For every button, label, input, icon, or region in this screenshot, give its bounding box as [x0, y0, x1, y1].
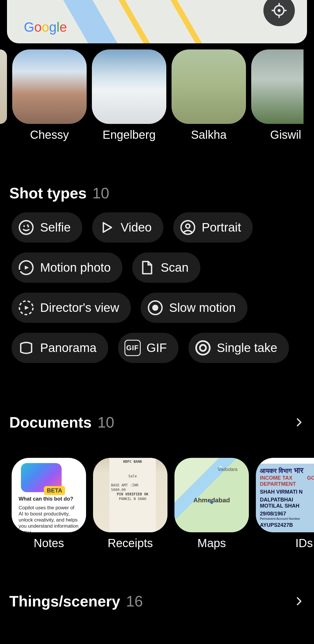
chip-panorama[interactable]: Panorama: [12, 333, 108, 363]
gif-icon: GIF: [124, 340, 141, 356]
place-item-salkha[interactable]: Salkha: [172, 49, 246, 141]
section-header-documents[interactable]: Documents 10: [9, 414, 305, 431]
place-label: Engelberg: [103, 128, 156, 141]
svg-point-10: [186, 224, 190, 228]
document-item-receipts[interactable]: HDFC BANK Sale BASE AMT :INR 5000.00 PIN…: [93, 458, 167, 550]
document-thumbnail: What can this bot do? Copilot uses the p…: [12, 458, 86, 532]
selfie-icon: [18, 219, 34, 236]
motion-photo-icon: [18, 259, 34, 276]
document-label: Notes: [34, 537, 64, 550]
id-name: SHAH VIRMATI N: [260, 489, 314, 495]
chip-label: Slow motion: [169, 301, 236, 315]
panorama-icon: [18, 340, 34, 356]
chip-selfie[interactable]: Selfie: [12, 212, 82, 243]
id-gov: GO: [307, 475, 314, 487]
place-label: Salkha: [191, 128, 226, 141]
map-city-label: Vadodara: [217, 467, 237, 472]
document-label: Maps: [197, 537, 226, 550]
id-hindi: आयकर विभाग: [260, 467, 292, 475]
chip-label: Single take: [217, 341, 277, 355]
play-icon: [99, 219, 115, 236]
svg-point-7: [19, 221, 33, 234]
place-item-engelberg[interactable]: Engelberg: [92, 49, 166, 141]
google-logo: Google: [24, 19, 73, 36]
directors-view-icon: [18, 300, 34, 316]
map-city-label: Ahmedabad: [193, 497, 230, 504]
chip-label: Motion photo: [40, 261, 111, 275]
places-row[interactable]: Chessy Engelberg Salkha Giswil: [0, 49, 314, 141]
documents-row[interactable]: What can this bot do? Copilot uses the p…: [12, 458, 314, 550]
id-dept: INCOME TAX DEPARTMENT: [260, 475, 304, 487]
receipt-line: PIN VERIFIED OK: [111, 492, 154, 497]
map-preview[interactable]: Google: [7, 0, 307, 43]
chip-label: Portrait: [202, 220, 241, 234]
chip-label: Panorama: [40, 341, 97, 355]
notes-heading: What can this bot do?: [19, 496, 79, 502]
receipt-line: Sale: [111, 474, 154, 479]
chip-label: Scan: [161, 261, 189, 275]
document-thumbnail: HDFC BANK Sale BASE AMT :INR 5000.00 PIN…: [93, 458, 167, 532]
section-title: Documents: [9, 414, 92, 431]
svg-text:Google: Google: [24, 19, 67, 35]
document-item-notes[interactable]: What can this bot do? Copilot uses the p…: [12, 458, 86, 550]
place-thumbnail: [251, 49, 304, 124]
receipt-line: PANKIL N SHAH: [111, 497, 154, 501]
place-thumbnail: [172, 49, 246, 124]
svg-point-16: [196, 341, 210, 355]
chip-label: Selfie: [40, 220, 71, 234]
document-label: Receipts: [108, 537, 153, 550]
chip-slow-motion[interactable]: Slow motion: [141, 293, 247, 323]
section-count: 16: [126, 593, 143, 610]
crosshair-icon: [271, 2, 287, 19]
section-count: 10: [97, 414, 114, 431]
chip-label: Video: [121, 220, 152, 234]
svg-point-17: [200, 345, 206, 351]
place-thumbnail: [12, 49, 87, 124]
chip-single-take[interactable]: Single take: [188, 333, 289, 363]
section-title: Things/scenery: [9, 593, 120, 610]
place-item-chessy[interactable]: Chessy: [12, 49, 87, 141]
shot-type-chips: Selfie Video Portrait Motion photo Scan: [12, 212, 302, 363]
svg-point-1: [278, 9, 281, 12]
chip-gif[interactable]: GIF GIF: [118, 333, 179, 363]
section-header-things[interactable]: Things/scenery 16: [9, 593, 305, 610]
place-item-giswil[interactable]: Giswil: [251, 49, 304, 141]
document-thumbnail: Vadodara Ahmedabad: [174, 458, 249, 532]
notes-body: Copilot uses the power of AI to boost pr…: [19, 505, 78, 533]
person-icon: [180, 219, 196, 236]
place-label: Chessy: [30, 128, 69, 141]
chip-video[interactable]: Video: [92, 212, 163, 243]
chip-directors-view[interactable]: Director's view: [12, 293, 131, 323]
chip-label: Director's view: [40, 301, 119, 315]
chip-portrait[interactable]: Portrait: [173, 212, 253, 243]
document-icon: [139, 259, 155, 276]
chip-scan[interactable]: Scan: [132, 252, 200, 283]
chip-motion-photo[interactable]: Motion photo: [12, 252, 122, 283]
svg-point-15: [152, 305, 158, 311]
place-item-partial[interactable]: [0, 49, 7, 124]
receipt-bank: HDFC BANK: [111, 460, 154, 464]
document-thumbnail: आयकर विभाग भार INCOME TAX DEPARTMENT GO …: [256, 458, 314, 532]
single-take-icon: [195, 340, 211, 356]
section-title: Shot types: [9, 184, 87, 202]
document-item-maps[interactable]: Vadodara Ahmedabad Maps: [174, 458, 249, 550]
svg-point-8: [23, 225, 25, 227]
receipt-line: BASE AMT :INR 5000.00: [111, 483, 154, 492]
document-label: IDs: [295, 537, 314, 550]
id-dob: 29/08/1967: [260, 511, 314, 517]
slow-motion-icon: [147, 300, 163, 316]
section-count: 10: [92, 184, 109, 202]
place-label: Giswil: [270, 128, 304, 141]
id-pan: AYUPS2427B: [260, 522, 314, 528]
section-header-shot-types: Shot types 10: [9, 184, 305, 202]
place-thumbnail: [92, 49, 166, 124]
id-name: DALPATBHAI MOTILAL SHAH: [260, 497, 314, 509]
chevron-right-icon: [293, 417, 305, 428]
locate-me-button[interactable]: [263, 0, 295, 26]
chevron-right-icon: [293, 595, 305, 607]
chip-label: GIF: [147, 341, 167, 355]
document-item-ids[interactable]: आयकर विभाग भार INCOME TAX DEPARTMENT GO …: [256, 458, 314, 550]
